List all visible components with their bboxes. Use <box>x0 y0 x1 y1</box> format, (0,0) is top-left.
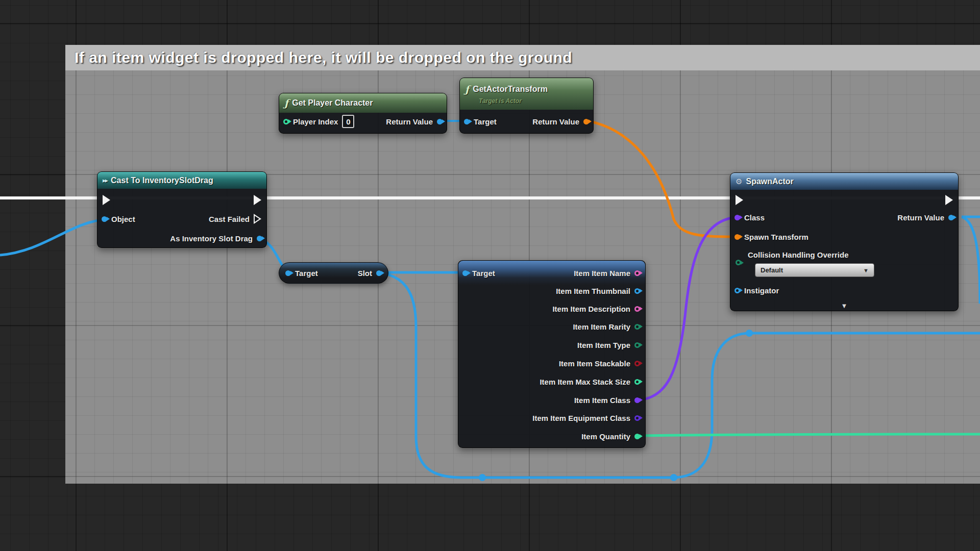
return-value-label: Return Value <box>897 213 944 222</box>
collision-handling-override-dropdown[interactable]: Default ▼ <box>755 263 874 277</box>
node-header[interactable]: ƒ GetActorTransform Target is Actor <box>460 78 593 110</box>
exec-out-icon <box>254 195 261 205</box>
node-get-actor-transform[interactable]: ƒ GetActorTransform Target is Actor Targ… <box>459 78 594 134</box>
spawn-transform-pin-icon <box>734 234 740 240</box>
reroute-node[interactable] <box>479 474 486 481</box>
node-title: GetActorTransform <box>473 85 548 94</box>
item-stackable-pin-icon <box>634 361 640 366</box>
player-index-pin[interactable]: Player Index 0 <box>283 115 354 128</box>
node-slot-getter[interactable]: Target Slot <box>279 262 388 284</box>
target-label: Target <box>295 269 318 278</box>
exec-out-pin[interactable] <box>254 194 261 206</box>
target-label: Target <box>474 117 497 126</box>
item-stackable-label: Item Item Stackable <box>559 359 630 368</box>
collision-handling-override-label: Collision Handling Override <box>748 251 849 259</box>
node-header[interactable]: ƒ Get Player Character <box>279 93 447 113</box>
reroute-node[interactable] <box>746 330 753 337</box>
instigator-pin[interactable]: Instigator <box>734 284 779 296</box>
instigator-pin-icon <box>734 288 740 293</box>
exec-in-pin[interactable] <box>736 194 743 206</box>
slot-pin-icon <box>376 270 382 276</box>
item-max-stack-size-pin-icon <box>634 379 640 385</box>
spawn-transform-pin[interactable]: Spawn Transform <box>734 231 808 243</box>
item-class-pin[interactable]: Item Item Class <box>574 394 640 406</box>
as-inventory-slot-drag-pin-icon <box>257 236 262 241</box>
cast-failed-exec-icon <box>254 214 261 224</box>
exec-out-icon <box>945 195 953 205</box>
player-index-value[interactable]: 0 <box>342 115 354 128</box>
target-pin-icon <box>464 119 470 124</box>
item-description-label: Item Item Description <box>552 305 630 313</box>
class-pin[interactable]: Class <box>734 211 765 223</box>
object-pin-icon <box>102 216 107 222</box>
return-value-label: Return Value <box>532 117 579 126</box>
exec-in-pin[interactable] <box>103 194 110 206</box>
node-cast-to-inventory-slot-drag[interactable]: ▸▸ Cast To InventorySlotDrag Object Cast… <box>97 171 267 248</box>
player-index-pin-icon <box>283 119 289 124</box>
exec-in-icon <box>103 195 110 205</box>
expand-node-button[interactable]: ▼ <box>730 302 958 310</box>
slot-label: Slot <box>358 269 372 278</box>
cast-failed-label: Cast Failed <box>209 215 250 223</box>
item-quantity-label: Item Quantity <box>581 432 630 441</box>
item-description-pin-icon <box>634 306 640 312</box>
instigator-label: Instigator <box>744 286 779 295</box>
function-icon: ƒ <box>284 97 288 109</box>
item-description-pin[interactable]: Item Item Description <box>552 303 640 315</box>
item-type-label: Item Item Type <box>577 341 630 349</box>
as-inventory-slot-drag-label: As Inventory Slot Drag <box>170 234 253 243</box>
target-pin[interactable]: Target <box>464 115 497 128</box>
return-value-pin-icon <box>948 215 954 220</box>
node-item-getter[interactable]: Target Item Item Name Item Item Thumbnai… <box>458 260 646 448</box>
return-value-pin[interactable]: Return Value <box>897 211 954 223</box>
spawn-actor-icon: ⚙ <box>736 177 742 186</box>
class-label: Class <box>744 213 765 222</box>
item-max-stack-size-pin[interactable]: Item Item Max Stack Size <box>540 375 640 388</box>
spawn-transform-label: Spawn Transform <box>744 233 808 241</box>
class-pin-icon <box>734 215 740 220</box>
node-spawn-actor[interactable]: ⚙ SpawnActor Class Return Value Spawn Tr… <box>730 172 959 311</box>
item-quantity-pin-icon <box>634 434 640 439</box>
item-thumbnail-label: Item Item Thumbnail <box>556 287 630 295</box>
return-value-pin[interactable]: Return Value <box>386 115 443 128</box>
slot-pin[interactable]: Slot <box>358 269 382 278</box>
target-pin[interactable]: Target <box>462 267 495 279</box>
object-input-pin[interactable]: Object <box>102 213 135 225</box>
item-equipment-class-pin[interactable]: Item Item Equipment Class <box>532 412 640 424</box>
graph-canvas[interactable]: If an item widget is dropped here, it wi… <box>0 0 980 551</box>
item-name-pin[interactable]: Item Item Name <box>574 267 640 279</box>
item-rarity-pin[interactable]: Item Item Rarity <box>573 320 640 333</box>
target-pin-icon <box>285 270 291 276</box>
return-value-label: Return Value <box>386 117 433 126</box>
item-stackable-pin[interactable]: Item Item Stackable <box>559 357 640 369</box>
item-rarity-pin-icon <box>634 324 640 330</box>
node-title: Cast To InventorySlotDrag <box>111 176 213 185</box>
object-pin-label: Object <box>111 215 135 223</box>
collision-handling-override-pin-icon[interactable] <box>736 260 741 265</box>
as-inventory-slot-drag-pin[interactable]: As Inventory Slot Drag <box>170 232 262 244</box>
function-icon: ƒ <box>465 84 469 95</box>
exec-in-icon <box>736 195 743 205</box>
item-type-pin[interactable]: Item Item Type <box>577 339 640 351</box>
item-max-stack-size-label: Item Item Max Stack Size <box>540 378 630 386</box>
cast-failed-pin[interactable]: Cast Failed <box>209 213 261 225</box>
return-value-pin-icon <box>583 119 589 124</box>
dropdown-selected-value: Default <box>761 266 783 274</box>
node-header[interactable]: ▸▸ Cast To InventorySlotDrag <box>97 172 266 189</box>
node-get-player-character[interactable]: ƒ Get Player Character Player Index 0 Re… <box>279 93 447 134</box>
item-thumbnail-pin[interactable]: Item Item Thumbnail <box>556 285 640 297</box>
return-value-pin[interactable]: Return Value <box>532 115 589 128</box>
class-wire <box>634 217 739 400</box>
reroute-node[interactable] <box>670 474 677 481</box>
cast-icon: ▸▸ <box>103 177 107 184</box>
item-equipment-class-pin-icon <box>634 415 640 421</box>
node-header[interactable]: ⚙ SpawnActor <box>730 173 958 190</box>
target-pin-icon <box>462 270 468 276</box>
item-quantity-pin[interactable]: Item Quantity <box>581 430 640 442</box>
return-value-wire-down <box>962 217 980 304</box>
transform-wire <box>588 121 738 237</box>
target-pin[interactable]: Target <box>285 269 318 278</box>
item-name-pin-icon <box>634 270 640 276</box>
exec-out-pin[interactable] <box>945 194 953 206</box>
item-class-pin-icon <box>634 397 640 403</box>
